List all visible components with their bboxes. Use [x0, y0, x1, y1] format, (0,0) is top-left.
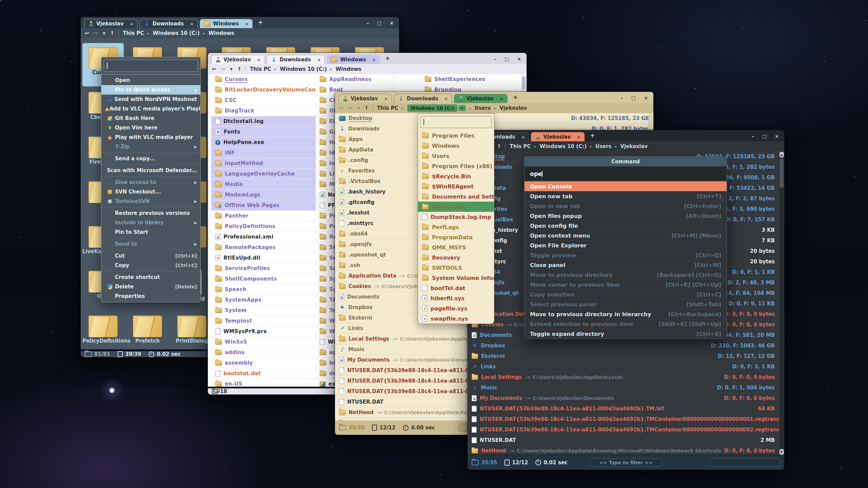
- file-row-helppane-exe[interactable]: ?HelpPane.exe: [211, 137, 316, 148]
- history-button[interactable]: ▾: [230, 66, 233, 72]
- horizontal-scroll-pill[interactable]: [710, 459, 780, 467]
- file-row-shellcomponents[interactable]: ShellComponents: [211, 274, 316, 284]
- file-row-assembly[interactable]: assembly: [211, 358, 316, 368]
- menu-item-git-bash-here[interactable]: Git Bash Here: [101, 114, 200, 123]
- maximize-button[interactable]: □: [762, 134, 767, 139]
- new-tab-button[interactable]: +: [255, 19, 266, 28]
- breadcrumb-vjekoslav[interactable]: Vjekoslav: [620, 143, 648, 149]
- forward-button[interactable]: ↪: [348, 105, 353, 111]
- dropdown-item-recovery[interactable]: Recovery: [418, 252, 494, 263]
- titlebar[interactable]: Vjekoslav×↓Downloads×Windows×+ –□×: [208, 53, 527, 64]
- history-button[interactable]: ▾: [357, 105, 360, 111]
- breadcrumb-windows-10-c[interactable]: Windows 10 (C:): [407, 104, 458, 112]
- dropdown-item-downloads[interactable]: Downloads: [418, 202, 494, 212]
- new-tab-button[interactable]: +: [510, 94, 521, 103]
- menu-item-copy[interactable]: Copy[Ctrl+C]: [101, 261, 200, 270]
- menu-item-include-in-library[interactable]: Include in library▶: [101, 218, 200, 227]
- tab-vjekoslav[interactable]: Vjekoslav×: [454, 94, 508, 103]
- tab-close-icon[interactable]: ×: [577, 135, 580, 140]
- tab-close-icon[interactable]: ×: [500, 96, 504, 101]
- dropdown-item-qmk-msys[interactable]: QMK_MSYS: [418, 242, 494, 252]
- dropdown-item-programdata[interactable]: ProgramData: [418, 232, 494, 242]
- breadcrumb-vjekoslav[interactable]: Vjekoslav: [499, 105, 527, 111]
- file-row-local-settings[interactable]: Local Settings-> C:\Users\Vjekoslav\AppD…: [468, 372, 779, 383]
- vertical-scrollbar[interactable]: ▲ ▼: [780, 152, 784, 455]
- dropdown-item-pagefile-sys[interactable]: pagefile.sys: [418, 303, 494, 313]
- dropdown-item-program-files-x86[interactable]: Program Files (x86): [418, 161, 494, 171]
- breadcrumb-windows-10-c[interactable]: Windows 10 (C:): [540, 143, 587, 149]
- file-row-music[interactable]: ♪MusicD: 0, F: 1, 504 bytes: [468, 383, 779, 393]
- dropdown-item-swapfile-sys[interactable]: swapfile.sys: [418, 313, 494, 324]
- file-row-nethood[interactable]: NetHood-> C:\Users\Vjekoslav\AppData\Roa…: [468, 446, 779, 455]
- file-row-links[interactable]: ↗LinksD: 0, F: 3, 1 KB: [468, 362, 779, 372]
- dropdown-item-boottel-dat[interactable]: bootTel.dat: [418, 283, 494, 293]
- file-row-dropbox[interactable]: ❖DropboxD: 230, F: 1043, 46 GB: [468, 341, 779, 351]
- file-row-bitlockerdiscoveryvolumecontents[interactable]: BitLockerDiscoveryVolumeContents: [211, 85, 316, 95]
- file-row-addins[interactable]: addins: [211, 347, 316, 358]
- file-row-modemlogs[interactable]: ModemLogs: [211, 190, 316, 200]
- menu-item-send-to[interactable]: Send to▶: [101, 239, 200, 249]
- maximize-button[interactable]: □: [631, 95, 636, 101]
- palette-item-open-new-tab[interactable]: Open new tab[Ctrl+T]: [525, 191, 727, 201]
- file-row-cursors[interactable]: Cursors: [211, 74, 316, 85]
- palette-item-extend-selection-to-previous-item[interactable]: Extend selection to previous item[Shift+…: [525, 319, 727, 329]
- tab-close-icon[interactable]: ×: [317, 57, 321, 62]
- palette-item-toggle-preview[interactable]: Toggle preview[Ctrl+Q]: [525, 250, 727, 260]
- tab-windows[interactable]: Windows×: [327, 55, 380, 64]
- dropdown-item-recycle-bin[interactable]: $Recycle.Bin: [418, 171, 494, 181]
- menu-item-pin-to-start[interactable]: Pin to Start: [101, 227, 200, 237]
- file-row-shellexperiences[interactable]: ShellExperiences: [421, 74, 525, 85]
- file-row-system[interactable]: System: [211, 305, 316, 316]
- tab-vjekoslav[interactable]: Vjekoslav×: [338, 94, 392, 103]
- tab-close-icon[interactable]: ×: [521, 135, 525, 140]
- back-button[interactable]: ↩: [339, 105, 343, 111]
- palette-item-open-console[interactable]: Open Console: [525, 181, 727, 191]
- file-row-systemapps[interactable]: SystemApps: [211, 295, 316, 305]
- dropdown-item-dumpstack-log-tmp[interactable]: DumpStack.log.tmp: [418, 212, 494, 222]
- menu-item-tortoisesvn[interactable]: TortoiseSVN▶: [101, 197, 200, 206]
- history-button[interactable]: ▾: [103, 30, 105, 36]
- minimize-button[interactable]: –: [367, 20, 369, 26]
- file-row-remotepackages[interactable]: RemotePackages: [211, 242, 316, 253]
- up-button[interactable]: ↑: [110, 30, 115, 36]
- breadcrumb-this-pc[interactable]: This PC: [250, 66, 271, 72]
- forward-button[interactable]: ↪: [94, 30, 98, 36]
- file-row-tempinst[interactable]: TempInst: [211, 316, 316, 326]
- scrollbar-thumb[interactable]: [522, 76, 526, 89]
- file-row-ntuser-dat[interactable]: NTUSER.DAT2 MB: [468, 435, 779, 446]
- tab-close-icon[interactable]: ×: [245, 21, 249, 26]
- tab-close-icon[interactable]: ×: [372, 57, 376, 62]
- forward-button[interactable]: ↪: [221, 66, 225, 72]
- grid-item-printdialog[interactable]: PrintDialog: [171, 311, 213, 349]
- tab-close-icon[interactable]: ×: [384, 96, 388, 101]
- file-row-rtlexupd-dll[interactable]: RtlExUpd.dll: [211, 253, 316, 263]
- tab-vjekoslav[interactable]: Vjekoslav×: [211, 55, 265, 64]
- grid-item-policydefinitions[interactable]: PolicyDefinitions: [82, 311, 124, 349]
- minimize-button[interactable]: –: [621, 95, 623, 101]
- dropdown-item-documents-and-settings[interactable]: Documents and Settings: [418, 191, 494, 202]
- context-menu-filter-input[interactable]: [104, 60, 198, 72]
- menu-item-open[interactable]: Open: [101, 76, 200, 85]
- menu-item-add-to-vlc-media-player-s-playlist[interactable]: Add to VLC media player's Playlist: [101, 104, 200, 114]
- tab-close-icon[interactable]: ×: [257, 57, 261, 62]
- dropdown-item-program-files[interactable]: Program Files: [418, 130, 494, 141]
- close-button[interactable]: ×: [775, 134, 779, 139]
- menu-item-open-vim-here[interactable]: VOpen Vim here: [101, 123, 200, 133]
- scroll-down-button[interactable]: ▼: [780, 449, 784, 455]
- menu-item-restore-previous-versions[interactable]: Restore previous versions: [101, 208, 200, 218]
- new-tab-button[interactable]: +: [382, 55, 393, 64]
- file-row-en-us[interactable]: en-US: [211, 379, 316, 387]
- tab-windows[interactable]: Windows×: [200, 19, 253, 28]
- file-row-media[interactable]: Media: [211, 179, 316, 190]
- tab-close-icon[interactable]: ×: [130, 21, 134, 26]
- palette-item-open-files-popup[interactable]: Open files popup[Alt+Down]: [525, 211, 727, 221]
- breadcrumb-windows[interactable]: Windows: [209, 30, 234, 36]
- palette-item-copy-selection[interactable]: Copy selection[Ctrl+C]: [525, 289, 727, 299]
- tab-vjekoslav[interactable]: Vjekoslav×: [531, 132, 585, 141]
- breadcrumb-this-pc[interactable]: This PC: [123, 30, 144, 36]
- dropdown-item-swtools[interactable]: SWTOOLS: [418, 263, 494, 273]
- breadcrumb-windows-10-c[interactable]: Windows 10 (C:): [153, 30, 200, 36]
- close-button[interactable]: ×: [517, 56, 521, 62]
- menu-item-create-shortcut[interactable]: Create shortcut: [101, 272, 200, 282]
- file-row-csc[interactable]: CSC: [211, 95, 316, 106]
